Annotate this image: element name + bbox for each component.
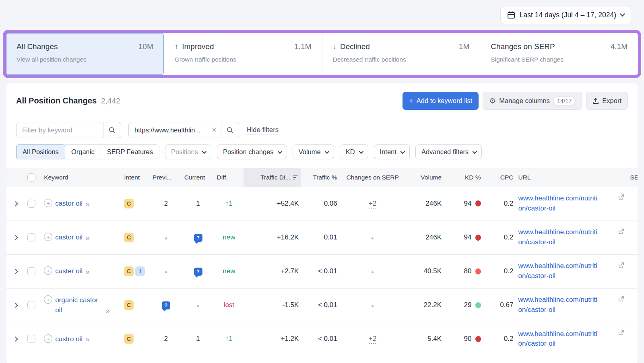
header-current[interactable]: Current: [182, 168, 215, 187]
empty-value-dot: [372, 237, 374, 239]
position-changes-dropdown[interactable]: Position changes: [217, 144, 287, 159]
add-keyword-icon[interactable]: [44, 334, 52, 343]
columns-count-badge: 14/17: [553, 97, 576, 105]
summary-cards: All Changes 10M View all position change…: [6, 33, 638, 75]
position-diff: ↑1: [225, 335, 233, 342]
card-all-changes[interactable]: All Changes 10M View all position change…: [6, 33, 164, 75]
volume-dropdown[interactable]: Volume: [293, 144, 334, 159]
add-to-keyword-list-button[interactable]: + Add to keyword list: [402, 92, 479, 110]
row-checkbox[interactable]: [27, 200, 35, 208]
arrow-up-icon: ↑: [175, 42, 179, 51]
positions-dropdown[interactable]: Positions: [165, 144, 211, 159]
serp-feature-icon[interactable]: [194, 234, 202, 242]
card-subtitle: View all position changes: [17, 56, 153, 63]
keyword-details-icon[interactable]: [85, 200, 90, 209]
expand-row-icon[interactable]: [13, 336, 18, 342]
url-filter-input[interactable]: [129, 122, 207, 138]
previous-position: 2: [150, 187, 182, 221]
header-serp-changes[interactable]: Changes on SERP: [340, 168, 406, 187]
external-link-icon[interactable]: [618, 296, 624, 302]
serp-changes-link[interactable]: +2: [369, 200, 376, 208]
volume: 22.2K: [406, 288, 444, 322]
row-checkbox[interactable]: [27, 301, 35, 309]
cpc: 0.2: [483, 254, 516, 288]
add-keyword-icon[interactable]: [44, 295, 52, 304]
serp-feature-icon[interactable]: [194, 268, 202, 276]
serp-feature-icon[interactable]: [162, 301, 170, 309]
date-range-selector[interactable]: Last 14 days (Jul 4 – 17, 2024): [500, 6, 631, 24]
traffic-pct: < 0.01: [301, 322, 339, 356]
header-volume[interactable]: Volume: [406, 168, 444, 187]
header-traffic-pct[interactable]: Traffic %: [301, 168, 339, 187]
manage-columns-button[interactable]: ⚙ Manage columns 14/17: [483, 92, 582, 110]
segment-organic[interactable]: Organic: [65, 144, 101, 159]
url-link[interactable]: www.healthline.com/nutrition/castor-oil: [518, 227, 598, 247]
header-diff[interactable]: Diff.: [215, 168, 244, 187]
row-checkbox[interactable]: [27, 335, 35, 343]
card-subtitle: Decreased traffic positions: [333, 56, 470, 63]
keyword-link[interactable]: castor oil: [55, 232, 83, 243]
clear-url-icon[interactable]: ✕: [207, 122, 221, 138]
add-keyword-icon[interactable]: [44, 233, 52, 241]
intent-badge: C: [124, 300, 134, 310]
url-filter-group: ✕: [128, 122, 239, 138]
header-kd[interactable]: KD %: [444, 168, 483, 187]
keyword-link[interactable]: castro oil: [55, 334, 83, 344]
segment-serp-features[interactable]: SERP Features: [101, 144, 159, 159]
url-link[interactable]: www.healthline.com/nutrition/castor-oil: [518, 194, 598, 213]
expand-row-icon[interactable]: [13, 269, 18, 274]
external-link-icon[interactable]: [618, 228, 624, 234]
position-type-segments: All Positions Organic SERP Features: [16, 144, 159, 159]
volume: 40.5K: [406, 254, 444, 288]
expand-row-icon[interactable]: [13, 235, 18, 240]
card-title: All Changes: [17, 42, 58, 51]
header-previous[interactable]: Previ...: [150, 168, 182, 187]
keyword-details-icon[interactable]: [85, 233, 90, 243]
expand-row-icon[interactable]: [13, 303, 18, 308]
intent-dropdown[interactable]: Intent: [374, 144, 410, 159]
url-search-button[interactable]: [221, 122, 239, 138]
header-cpc[interactable]: CPC: [483, 168, 516, 187]
header-keyword[interactable]: Keyword: [41, 168, 122, 187]
chevron-down-icon: [324, 149, 329, 153]
keyword-details-icon[interactable]: [85, 335, 90, 344]
header-traffic-diff[interactable]: Traffic Di...: [244, 168, 301, 187]
segment-all-positions[interactable]: All Positions: [16, 144, 65, 159]
intent-badge: C: [124, 233, 134, 242]
keyword-link[interactable]: organic castor oil: [55, 295, 103, 316]
add-keyword-icon[interactable]: [44, 266, 52, 275]
external-link-icon[interactable]: [618, 330, 624, 336]
external-link-icon[interactable]: [618, 194, 624, 200]
add-keyword-icon[interactable]: [44, 199, 52, 207]
card-improved[interactable]: ↑ Improved 1.1M Grown traffic positions: [164, 33, 322, 75]
external-link-icon[interactable]: [618, 262, 624, 268]
keyword-search-button[interactable]: [103, 122, 121, 138]
url-link[interactable]: www.healthline.com/nutrition/castor-oil: [518, 329, 598, 349]
serp-changes-link[interactable]: +2: [369, 335, 376, 344]
volume: 5.4K: [406, 322, 444, 356]
page-title: All Position Changes: [16, 96, 97, 105]
header-se[interactable]: SE: [627, 168, 638, 187]
url-link[interactable]: www.healthline.com/nutrition/castor-oil: [518, 261, 598, 281]
keyword-details-icon[interactable]: [105, 306, 110, 316]
expand-row-icon[interactable]: [13, 201, 18, 206]
kd-value: 90: [464, 335, 472, 343]
empty-value-dot: [165, 271, 167, 273]
select-all-checkbox[interactable]: [27, 173, 35, 182]
url-link[interactable]: www.healthline.com/nutrition/castor-oil: [518, 295, 598, 315]
keyword-link[interactable]: caster oil: [55, 266, 83, 276]
card-changes-on-serp[interactable]: Changes on SERP 4.1M Significant SERP ch…: [480, 33, 638, 75]
kd-dropdown[interactable]: KD: [340, 144, 368, 159]
hide-filters-link[interactable]: Hide filters: [246, 126, 279, 134]
card-declined[interactable]: ↓ Declined 1M Decreased traffic position…: [322, 33, 481, 75]
advanced-filters-dropdown[interactable]: Advanced filters: [415, 144, 482, 159]
keyword-link[interactable]: castor oil: [55, 198, 83, 209]
row-checkbox[interactable]: [27, 267, 35, 275]
keyword-filter-input[interactable]: [17, 122, 103, 138]
header-url[interactable]: URL: [516, 168, 627, 187]
chevron-down-icon: [277, 149, 282, 153]
header-intent[interactable]: Intent: [122, 168, 150, 187]
keyword-details-icon[interactable]: [85, 267, 90, 276]
row-checkbox[interactable]: [27, 233, 35, 241]
export-button[interactable]: Export: [586, 92, 628, 110]
